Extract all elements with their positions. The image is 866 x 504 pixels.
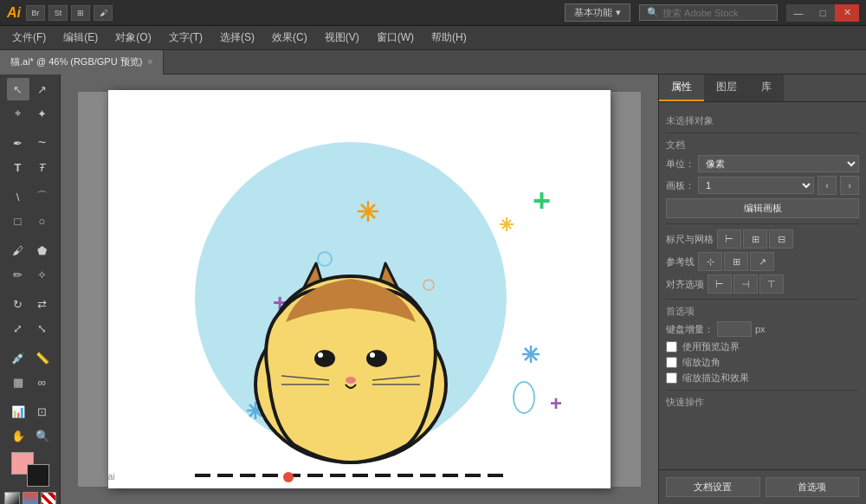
view-mode-icon[interactable]: ⊞ [71, 5, 90, 21]
menu-edit[interactable]: 编辑(E) [55, 27, 107, 48]
next-artboard-btn[interactable]: › [840, 176, 859, 195]
artboard-tool[interactable]: ⊡ [31, 400, 54, 423]
scale-corners-checkbox[interactable] [666, 357, 677, 368]
artboard: + + + [108, 90, 611, 488]
stock-search-input[interactable] [662, 8, 775, 18]
curvature-tool[interactable]: ~ [31, 132, 54, 154]
ruler-icon-3[interactable]: ⊟ [769, 229, 793, 249]
tab-label: 猫.ai* @ 46% (RGB/GPU 预览) [10, 55, 142, 68]
arc-tool[interactable]: ⌒ [31, 185, 54, 208]
keyboard-increment-label: 键盘增量： [666, 323, 714, 336]
scale-strokes-checkbox[interactable] [666, 372, 677, 384]
reflect-tool[interactable]: ⇄ [31, 293, 54, 315]
tool-row-4: T Ŧ [7, 156, 54, 178]
magic-wand-tool[interactable]: ✦ [31, 102, 54, 125]
tab-close-button[interactable]: × [147, 57, 152, 67]
none-color-btn[interactable] [4, 492, 20, 504]
menu-file[interactable]: 文件(F) [3, 27, 55, 48]
tab-layers[interactable]: 图层 [704, 74, 749, 101]
column-graph-tool[interactable]: 📊 [7, 400, 29, 423]
blend-tool[interactable]: ∞ [31, 371, 54, 393]
menu-view[interactable]: 视图(V) [316, 27, 368, 48]
preview-border-checkbox[interactable] [666, 341, 677, 352]
menu-type[interactable]: 文字(T) [160, 27, 211, 48]
canvas-area[interactable]: + + + [61, 74, 658, 504]
panel-bottom: 文档设置 首选项 [659, 469, 866, 504]
tool-row-8: ✏ ✧ [7, 263, 54, 286]
gradient-tool[interactable]: ▦ [7, 371, 29, 393]
stroke-swatch[interactable] [27, 464, 49, 487]
type-tool[interactable]: T [7, 156, 29, 178]
tool-row-2: ⌖ ✦ [7, 102, 54, 125]
scale-tool[interactable]: ⤢ [7, 317, 29, 339]
panel-content: 未选择对象 文档 单位： 像素 点 毫米 画板： 1 2 ‹ › [659, 102, 866, 469]
preferences-btn[interactable]: 首选项 [766, 477, 860, 497]
touch-type-tool[interactable]: Ŧ [31, 156, 54, 178]
select-tool[interactable]: ↖ [7, 78, 29, 100]
tab-library[interactable]: 库 [749, 74, 784, 101]
app-logo: Ai [7, 5, 21, 21]
menu-help[interactable]: 帮助(H) [423, 27, 475, 48]
align-icon-2[interactable]: ⊣ [734, 275, 758, 294]
panel-divider-4 [666, 390, 859, 391]
pen-tool[interactable]: ✒ [7, 132, 29, 154]
ellipse-tool[interactable]: ○ [31, 210, 54, 232]
cat-svg: + + + [108, 90, 611, 488]
unit-select[interactable]: 像素 点 毫米 [698, 155, 859, 172]
pencil-tool[interactable]: ✏ [7, 263, 29, 286]
align-icon-3[interactable]: ⊤ [759, 275, 784, 294]
zoom-tool[interactable]: 🔍 [31, 424, 54, 447]
rotate-tool[interactable]: ↻ [7, 293, 29, 315]
svg-point-31 [314, 350, 335, 367]
align-row: 对齐选项 ⊢ ⊣ ⊤ [666, 275, 859, 294]
menu-object[interactable]: 对象(O) [107, 27, 159, 48]
eyedropper-tool[interactable]: 💉 [7, 346, 29, 369]
line-tool[interactable]: \ [7, 185, 29, 208]
align-icon-1[interactable]: ⊢ [708, 275, 732, 294]
scale-strokes-label: 缩放描边和效果 [682, 372, 749, 384]
measure-tool[interactable]: 📏 [31, 346, 54, 369]
edit-artboard-btn[interactable]: 编辑画板 [666, 198, 859, 218]
paintbrush-tool[interactable]: 🖌 [7, 239, 29, 262]
ruler-icon-2[interactable]: ⊞ [743, 229, 767, 249]
guide-icon-2[interactable]: ⊞ [724, 252, 748, 271]
rect-tool[interactable]: □ [7, 210, 29, 232]
workspace-button[interactable]: 基本功能 ▾ [565, 3, 630, 22]
ruler-icon-1[interactable]: ⊢ [717, 229, 741, 249]
menu-window[interactable]: 窗口(W) [368, 27, 423, 48]
panel-divider-2 [666, 223, 859, 224]
lasso-tool[interactable]: ⌖ [7, 102, 29, 125]
artboard-label: 猫.ai [97, 471, 115, 483]
stock-search-box[interactable]: 🔍 [639, 4, 778, 21]
menu-select[interactable]: 选择(S) [211, 27, 263, 48]
close-button[interactable]: ✕ [835, 4, 859, 22]
panel-tabs: 属性 图层 库 [659, 74, 866, 102]
shaper-tool[interactable]: ✧ [31, 263, 54, 286]
guide-icon-3[interactable]: ↗ [750, 252, 774, 271]
no-paint-btn[interactable] [41, 492, 56, 504]
blob-brush-tool[interactable]: ⬟ [31, 239, 54, 262]
menu-effect[interactable]: 效果(C) [263, 27, 316, 48]
svg-text:+: + [550, 391, 562, 415]
hand-tool[interactable]: ✋ [7, 424, 29, 447]
keyboard-increment-row: 键盘增量： 1 px [666, 321, 859, 337]
maximize-button[interactable]: □ [811, 4, 835, 22]
stock-icon[interactable]: St [48, 5, 68, 21]
minimize-button[interactable]: — [786, 4, 811, 22]
bridge-icon[interactable]: Br [26, 5, 45, 21]
document-tab[interactable]: 猫.ai* @ 46% (RGB/GPU 预览) × [0, 50, 164, 74]
svg-text:+: + [533, 183, 551, 218]
artboard-select[interactable]: 1 2 [698, 177, 814, 194]
paint-icon[interactable]: 🖌 [94, 5, 113, 21]
svg-point-32 [366, 350, 387, 367]
right-panel: 属性 图层 库 未选择对象 文档 单位： 像素 点 毫米 画板： 1 [658, 74, 866, 504]
doc-settings-btn[interactable]: 文档设置 [666, 477, 760, 497]
keyboard-increment-input[interactable]: 1 [717, 321, 752, 337]
preview-border-label: 使用预览边界 [682, 340, 740, 353]
tab-properties[interactable]: 属性 [659, 74, 704, 101]
prev-artboard-btn[interactable]: ‹ [818, 176, 837, 195]
guide-icon-1[interactable]: ⊹ [698, 252, 722, 271]
reshape-tool[interactable]: ⤡ [31, 317, 54, 339]
direct-select-tool[interactable]: ↗ [31, 78, 54, 100]
gradient-color-btn[interactable] [23, 492, 38, 504]
